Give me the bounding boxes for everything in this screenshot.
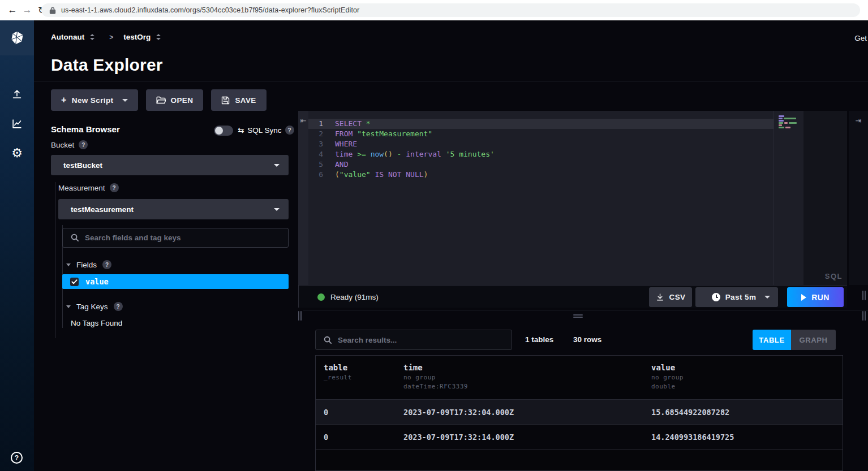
column-header: timeno groupdateTime:RFC3339 — [403, 363, 651, 399]
code-line[interactable]: 5AND — [308, 159, 774, 170]
code-line[interactable]: 6("value" IS NOT NULL) — [308, 170, 774, 180]
table-row: 02023-07-09T17:32:04.000Z15.685449220872… — [316, 400, 843, 425]
schema-browser-title: Schema Browser — [51, 124, 120, 134]
url-text: us-east-1-1.aws.cloud2.influxdata.com/or… — [61, 6, 359, 14]
influxdb-logo-icon — [10, 31, 25, 46]
toggle-knob — [215, 127, 223, 135]
column-header: table_result — [324, 363, 403, 399]
forward-icon[interactable]: → — [20, 5, 35, 16]
pane-divider — [303, 310, 868, 310]
back-icon[interactable]: ← — [5, 5, 20, 16]
save-button[interactable]: SAVE — [211, 89, 266, 111]
fields-section-header[interactable]: Fields ? — [66, 260, 111, 269]
table-row: 02023-07-09T17:32:14.000Z14.240993186419… — [316, 425, 843, 450]
tag-keys-help-icon[interactable]: ? — [114, 302, 123, 311]
get-started-link[interactable]: Get — [854, 34, 867, 42]
measurement-help-icon[interactable]: ? — [110, 183, 119, 192]
chevron-down-icon — [274, 208, 280, 211]
sql-sync-help-icon[interactable]: ? — [285, 126, 294, 135]
results-search — [315, 330, 512, 350]
url-bar[interactable]: us-east-1-1.aws.cloud2.influxdata.com/or… — [41, 3, 860, 17]
table-cell: 15.68544922087282 — [651, 408, 843, 417]
results-search-input[interactable] — [338, 336, 488, 344]
sql-editor[interactable]: 1SELECT *2FROM "testMeasurement"3WHERE4t… — [308, 111, 774, 285]
horizontal-resize-handle[interactable] — [573, 314, 583, 318]
screen: ← → ↻ us-east-1-1.aws.cloud2.influxdata.… — [0, 0, 868, 471]
data-explorer-icon[interactable] — [0, 109, 34, 139]
open-button[interactable]: OPEN — [146, 89, 204, 111]
code-line[interactable]: 3WHERE — [308, 139, 774, 149]
nav-sidebar: ⚙ ? — [0, 20, 34, 471]
right-panel-resize-handle[interactable] — [862, 291, 866, 300]
time-range-dropdown[interactable]: Past 5m — [695, 287, 778, 307]
measurement-dropdown[interactable]: testMeasurement — [58, 199, 289, 219]
schema-search-input[interactable] — [85, 234, 259, 242]
new-script-button[interactable]: + New Script — [51, 89, 138, 111]
play-icon — [801, 294, 806, 301]
collapse-triangle-icon — [66, 263, 71, 266]
bucket-help-icon[interactable]: ? — [79, 140, 88, 149]
folder-icon — [156, 96, 166, 105]
page-title: Data Explorer — [51, 55, 163, 75]
table-cell: 14.240993186419725 — [651, 433, 843, 442]
run-query-button[interactable]: RUN — [787, 287, 844, 307]
schema-search — [62, 228, 289, 248]
csv-download-button[interactable]: CSV — [649, 287, 692, 307]
breadcrumb-separator: > — [109, 33, 113, 41]
table-cell: 2023-07-09T17:32:04.000Z — [403, 408, 651, 417]
breadcrumb: Autonaut > testOrg — [51, 33, 165, 41]
search-icon — [324, 336, 332, 344]
editor-results-pane: ⇤ 1SELECT *2FROM "testMeasurement"3WHERE… — [297, 111, 868, 471]
breadcrumb-org[interactable]: Autonaut — [51, 33, 84, 41]
sync-arrows-icon: ⇆ — [238, 126, 244, 135]
expand-right-panel-icon[interactable]: ⇥ — [849, 116, 868, 125]
chevron-down-icon — [122, 99, 128, 102]
sub-org-switcher-icon[interactable] — [156, 34, 161, 40]
code-line[interactable]: 4time >= now() - interval '5 minutes' — [308, 149, 774, 159]
view-toggle: TABLE GRAPH — [753, 330, 836, 350]
results-table-header: table_resulttimeno groupdateTime:RFC3339… — [316, 356, 843, 400]
table-cell: 0 — [324, 408, 403, 417]
sql-sync-toggle[interactable] — [214, 126, 233, 136]
sql-sync-label: ⇆ SQL Sync ? — [238, 126, 294, 135]
title-divider — [34, 81, 868, 81]
browser-bar: ← → ↻ us-east-1-1.aws.cloud2.influxdata.… — [0, 0, 868, 20]
chevron-down-icon — [764, 296, 770, 299]
query-status-bar: Ready (91ms) CSV Past 5m RUN — [298, 285, 847, 308]
check-icon — [71, 279, 78, 284]
left-resize-handle[interactable] — [298, 311, 302, 321]
code-line[interactable]: 2FROM "testMeasurement" — [308, 129, 774, 139]
editor-right-margin: SQL — [803, 111, 847, 285]
upload-icon[interactable] — [0, 80, 34, 109]
measurement-indent-line — [55, 182, 55, 338]
bucket-label: Bucket ? — [51, 140, 88, 149]
script-toolbar: + New Script OPEN SAVE — [51, 89, 267, 111]
bucket-dropdown[interactable]: testBucket — [51, 155, 289, 175]
tab-table[interactable]: TABLE — [753, 330, 791, 350]
tag-keys-section-header[interactable]: Tag Keys ? — [66, 302, 123, 311]
editor-minimap[interactable] — [774, 111, 803, 285]
plus-icon: + — [61, 95, 67, 105]
measurement-label: Measurement ? — [58, 183, 119, 192]
right-resize-handle[interactable] — [862, 311, 866, 321]
table-cell: 0 — [324, 433, 403, 442]
org-switcher-icon[interactable] — [90, 34, 94, 40]
fields-help-icon[interactable]: ? — [102, 260, 111, 269]
query-status-text: Ready (91ms) — [330, 293, 379, 301]
lock-icon — [49, 7, 56, 14]
breadcrumb-sub-org[interactable]: testOrg — [123, 33, 151, 41]
settings-gear-icon[interactable]: ⚙ — [0, 139, 34, 168]
table-cell: 2023-07-09T17:32:14.000Z — [403, 433, 651, 442]
help-icon[interactable]: ? — [11, 452, 23, 464]
save-icon — [221, 96, 230, 105]
tab-graph[interactable]: GRAPH — [791, 330, 836, 350]
status-dot-icon — [317, 293, 325, 301]
language-badge: SQL — [825, 272, 843, 280]
influxdb-logo[interactable] — [0, 20, 34, 55]
code-line[interactable]: 1SELECT * — [308, 119, 774, 129]
main-content: Autonaut > testOrg Get Data Explorer + N… — [34, 20, 868, 471]
checkbox-checked[interactable] — [70, 278, 79, 286]
collapse-left-icon[interactable]: ⇤ — [298, 116, 308, 125]
search-icon — [71, 234, 79, 242]
field-item-value[interactable]: value — [62, 274, 289, 289]
